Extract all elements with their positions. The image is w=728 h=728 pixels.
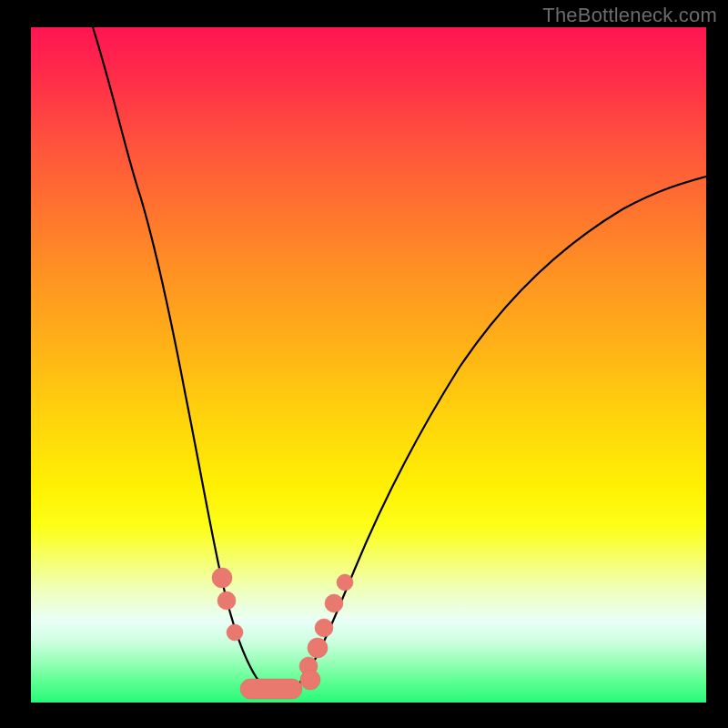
marker-dot <box>308 638 328 658</box>
marker-dot <box>337 574 353 591</box>
right-curve <box>280 177 706 694</box>
marker-dot <box>227 624 243 641</box>
marker-dot <box>217 592 236 610</box>
left-curve <box>93 27 280 694</box>
marker-dot <box>315 619 333 637</box>
marker-pill <box>240 679 302 699</box>
marker-dot <box>212 568 232 588</box>
marker-dot <box>325 594 343 612</box>
marker-dot <box>300 670 320 690</box>
chart-svg <box>31 27 706 703</box>
marker-group <box>212 568 353 699</box>
outer-frame: TheBottleneck.com <box>0 0 728 728</box>
plot-area <box>31 27 706 703</box>
watermark-text: TheBottleneck.com <box>542 4 717 27</box>
